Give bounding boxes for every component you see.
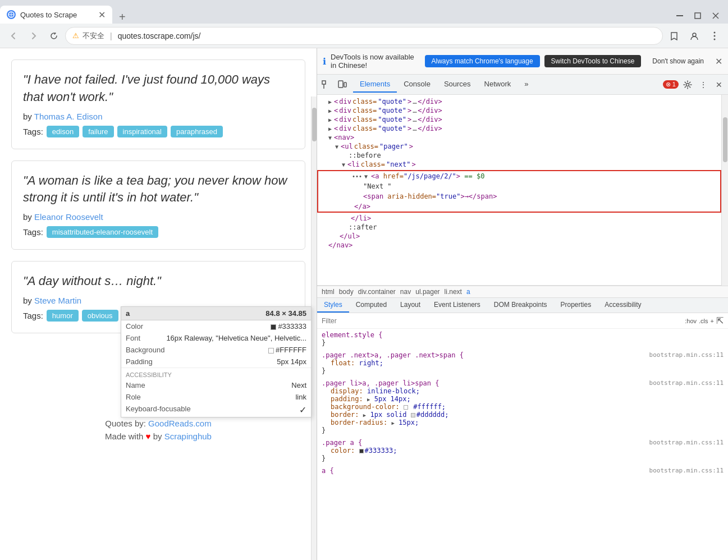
dom-line-before[interactable]: ::before — [337, 151, 721, 160]
dom-line-text-next[interactable]: "Next " — [318, 181, 720, 191]
dom-line-close-li[interactable]: </li> — [337, 214, 721, 223]
window-minimize-button[interactable] — [672, 8, 688, 24]
styles-tab-properties[interactable]: Properties — [554, 298, 598, 313]
tab-console[interactable]: Console — [397, 76, 437, 93]
new-tab-button[interactable]: + — [115, 11, 130, 24]
tab-close-button[interactable]: ✕ — [98, 10, 106, 20]
footer-text1: Quotes by: — [105, 419, 148, 428]
goodreads-link[interactable]: GoodReads.com — [148, 419, 212, 428]
author-link-1[interactable]: Thomas A. Edison — [34, 112, 103, 121]
dom-line-close-ul[interactable]: </ul> — [331, 232, 721, 241]
tag-inspirational[interactable]: inspirational — [117, 126, 167, 137]
scrollbar-thumb[interactable] — [312, 108, 317, 141]
tag-paraphrased[interactable]: paraphrased — [171, 126, 223, 137]
bookmark-button[interactable] — [665, 27, 683, 45]
breadcrumb-html[interactable]: html — [322, 288, 335, 296]
reload-button[interactable] — [45, 27, 63, 45]
dom-line-quote2[interactable]: ▶ <div class="quote">…</div> — [324, 106, 721, 115]
devtools-menu-button[interactable]: ⋮ — [697, 78, 710, 91]
back-button[interactable] — [4, 27, 22, 45]
dom-dots-4: … — [413, 125, 416, 132]
dom-tag-4: < — [334, 125, 338, 132]
dom-line-ul[interactable]: ▼ <ul class="pager"> — [331, 142, 721, 151]
styles-filter-input[interactable] — [322, 317, 680, 325]
tab-more[interactable]: » — [518, 76, 535, 93]
breadcrumb-li-next[interactable]: li.next — [445, 288, 462, 296]
css-bg-swatch — [404, 405, 408, 410]
author-link-2[interactable]: Eleanor Roosevelt — [34, 212, 103, 222]
svg-rect-13 — [338, 81, 343, 88]
dom-line-span[interactable]: <span aria-hidden="true">→</span> — [318, 191, 720, 201]
tab-elements[interactable]: Elements — [353, 76, 397, 93]
match-language-button[interactable]: Always match Chrome's language — [425, 55, 540, 67]
css-a-selector: a { — [322, 467, 334, 475]
dom-line-li[interactable]: ▼ <li class="next"> — [337, 160, 721, 169]
window-close-button[interactable] — [708, 8, 724, 24]
breadcrumb-body[interactable]: body — [339, 288, 354, 296]
breadcrumb-div-container[interactable]: div.container — [358, 288, 396, 296]
css-bg-value: #ffffff; — [404, 403, 446, 411]
notification-close-button[interactable]: ✕ — [715, 56, 722, 67]
dom-span-tag: <span — [363, 192, 387, 200]
devtools-notification: ℹ DevTools is now available in Chinese! … — [317, 48, 728, 75]
profile-button[interactable] — [685, 27, 703, 45]
settings-button[interactable] — [681, 78, 694, 91]
dont-show-again-button[interactable]: Don't show again — [645, 55, 711, 67]
dom-line-after[interactable]: ::after — [337, 223, 721, 232]
tab-favicon — [7, 10, 16, 19]
forward-button[interactable] — [25, 27, 43, 45]
menu-button[interactable] — [706, 27, 724, 45]
dom-line-a-selected[interactable]: ••• ▼ <a href="/js/page/2/"> == $0 — [318, 171, 720, 181]
dom-scrollbar[interactable] — [721, 95, 728, 286]
styles-tab-event-listeners[interactable]: Event Listeners — [427, 298, 487, 313]
tag-failure[interactable]: failure — [83, 126, 113, 137]
cls-button[interactable]: .cls — [699, 318, 708, 324]
styles-tab-computed[interactable]: Computed — [349, 298, 393, 313]
tab-sources[interactable]: Sources — [437, 76, 478, 93]
styles-tab-accessibility[interactable]: Accessibility — [598, 298, 648, 313]
breadcrumb-ul-pager[interactable]: ul.pager — [415, 288, 439, 296]
scrapinghub-link[interactable]: Scrapinghub — [164, 432, 212, 441]
tooltip-color-value: #333333 — [271, 322, 306, 331]
styles-tab-layout[interactable]: Layout — [393, 298, 427, 313]
author-link-3[interactable]: Steve Martin — [34, 296, 81, 305]
css-color-value: #333333; — [359, 447, 397, 455]
tag-misattributed[interactable]: misattributed-eleanor-roosevelt — [47, 226, 158, 238]
devtools-inspector-tools — [319, 78, 349, 91]
dom-line-close-nav[interactable]: </nav> — [324, 241, 721, 250]
dom-line-quote3[interactable]: ▶ <div class="quote">…</div> — [324, 115, 721, 124]
tag-edison[interactable]: edison — [47, 126, 79, 137]
styles-tab-dom-breakpoints[interactable]: DOM Breakpoints — [487, 298, 554, 313]
device-toolbar-button[interactable] — [335, 78, 349, 91]
breadcrumb-a[interactable]: a — [466, 288, 470, 296]
browser-tab-active[interactable]: Quotes to Scrape ✕ — [0, 6, 112, 24]
close-devtools-button[interactable]: ✕ — [712, 78, 726, 91]
dom-close-bracket-4: > — [408, 125, 411, 132]
styles-tab-styles[interactable]: Styles — [317, 298, 349, 313]
website-scrollbar[interactable] — [311, 97, 317, 560]
dom-equals-indicator: == $0 — [464, 172, 484, 180]
css-border-value: ▶ 1px solid #dddddd; — [363, 411, 449, 419]
hov-button[interactable]: :hov — [685, 318, 697, 324]
inspect-element-button[interactable] — [319, 78, 333, 91]
dom-line-quote1[interactable]: ▶ <div class="quote">…</div> — [324, 97, 721, 106]
dom-scrollbar-thumb[interactable] — [723, 117, 727, 162]
dom-line-quote4[interactable]: ▶ <div class="quote">…</div> — [324, 124, 721, 133]
dom-line-nav[interactable]: ▼ <nav> — [324, 133, 721, 142]
expand-panel-button[interactable]: ⇱ — [716, 315, 724, 326]
window-restore-button[interactable] — [690, 8, 706, 24]
dom-line-close-a[interactable]: </a> — [318, 201, 720, 212]
dom-close-bracket-2: > — [408, 107, 411, 114]
tooltip-bg-row: Background #FFFFFF — [121, 344, 311, 356]
tags-row-2: Tags: misattributed-eleanor-roosevelt — [23, 226, 294, 238]
switch-chinese-button[interactable]: Switch DevTools to Chinese — [544, 55, 642, 67]
tag-humor[interactable]: humor — [47, 310, 79, 322]
breadcrumb-nav[interactable]: nav — [400, 288, 411, 296]
dom-close-tag-2: </div> — [418, 107, 442, 114]
address-bar[interactable]: ⚠ 不安全 | quotes.toscrape.com/js/ — [65, 27, 663, 45]
tag-obvious[interactable]: obvious — [82, 310, 118, 322]
footer-text2: Made with — [105, 432, 146, 441]
add-rule-button[interactable]: + — [711, 318, 714, 324]
tab-network[interactable]: Network — [478, 76, 518, 93]
collapse-icon-ul: ▼ — [335, 144, 338, 150]
